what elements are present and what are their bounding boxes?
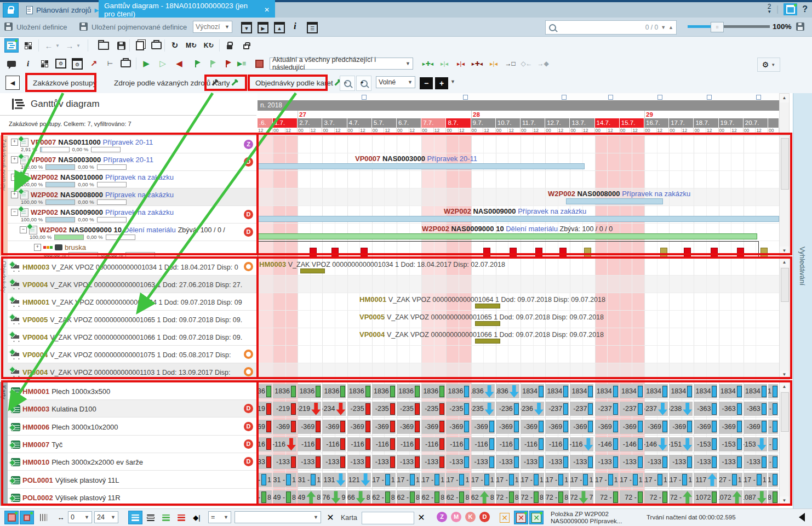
toggle-markers2-button[interactable] (20, 511, 34, 524)
stock-cell[interactable]: -116 (545, 437, 569, 451)
stock-cell[interactable]: -116 (446, 437, 470, 451)
zoom-slider-thumb[interactable]: ||| (711, 22, 724, 32)
stock-cell[interactable]: -116 (273, 437, 296, 451)
stock-cell[interactable]: 8668 (347, 490, 371, 505)
tab-objednavky-podle-karet[interactable]: Objednávky podle karet (251, 76, 342, 90)
stock-cell[interactable]: 1834 (644, 384, 668, 398)
stock-cell[interactable]: 1834 (521, 384, 544, 398)
stock-cell[interactable]: 117 -1 (372, 473, 396, 487)
stock-cell[interactable]: 131 -1 (298, 473, 321, 487)
stock-cell[interactable]: -133 (421, 455, 445, 469)
stock-cell[interactable]: 8 (768, 490, 778, 505)
play-button[interactable]: ▶ (139, 56, 153, 71)
stock-cell[interactable]: 1834 (694, 384, 717, 398)
window-list-button[interactable] (784, 3, 797, 15)
stock-cell[interactable]: -133 (595, 455, 619, 469)
stock-cell[interactable]: 117 -1 (644, 473, 668, 487)
stock-cell[interactable]: 836 (258, 384, 272, 398)
task-row[interactable]: +VP0007NAS0011000Přípravek 20-112,91 %0,… (8, 136, 258, 153)
gantt-bar[interactable] (566, 198, 663, 204)
stock-cell[interactable]: -146 (595, 437, 619, 451)
stock-cell[interactable]: -133 (620, 455, 643, 469)
stock-cell[interactable]: -369 (322, 420, 346, 434)
collapse-all-button[interactable]: − (420, 77, 433, 89)
badge-d-toggle[interactable]: D (479, 512, 490, 522)
stock-cell[interactable]: 1834 (570, 384, 593, 398)
stock-cell[interactable]: 1836 (273, 384, 296, 398)
stock-cell[interactable]: -151 (669, 437, 693, 451)
stock-cell[interactable]: 117 (694, 473, 717, 487)
stock-cell[interactable]: -116 (471, 437, 495, 451)
flag-play-button[interactable] (188, 56, 203, 71)
stock-cell[interactable]: -369 (446, 420, 470, 434)
stock-cell[interactable]: -153 (744, 437, 767, 451)
filter-combo[interactable]: ▼ (235, 511, 321, 523)
save-definition-icon[interactable] (4, 22, 13, 33)
badge-z-toggle[interactable]: Z (437, 512, 447, 522)
stock-cell[interactable]: -235 (372, 402, 396, 416)
stock-cell[interactable]: -369 (397, 420, 420, 434)
stock-cell[interactable]: 117 -1 (397, 473, 420, 487)
task-row[interactable]: −W2P002NAS0009000Přípravek na zakázku100… (8, 206, 258, 224)
print-structure-button[interactable] (118, 56, 133, 71)
refresh-button[interactable]: ↻ (168, 38, 182, 53)
stock-cell[interactable]: -369 (595, 420, 619, 434)
upload-definition-icon[interactable]: ▲ (274, 22, 285, 33)
stock-cell[interactable]: 8769 (322, 490, 346, 505)
search-box[interactable]: 0 / 0 ▼ ▲ (545, 20, 677, 35)
stock-cell[interactable]: -133 (446, 455, 470, 469)
tab-zakazkove-postupy[interactable]: Zakázkové postupy (28, 76, 101, 90)
green-rows-button[interactable] (159, 511, 173, 524)
stock-cell[interactable]: 8498 (298, 490, 321, 505)
orders-scrollbar[interactable]: ▲▼ (779, 258, 790, 380)
stock-cell[interactable]: -116 (521, 437, 544, 451)
zoom-slider[interactable]: ||| (688, 25, 770, 28)
stock-cell[interactable]: 1834 (545, 384, 569, 398)
forward-dropdown-icon[interactable]: ▼ (75, 38, 82, 53)
stock-cell[interactable]: 1072 (719, 490, 742, 505)
red-rows-button[interactable] (174, 511, 188, 524)
stock-cell[interactable]: -133 (545, 455, 569, 469)
karta-input[interactable] (362, 512, 414, 524)
stock-cell[interactable]: 862 -8 (446, 490, 470, 505)
order-row[interactable]: VP0004V_ZAK VPOZ 0000000000001103 1 Dod:… (8, 363, 258, 380)
stock-cell[interactable]: 131 -1 (273, 473, 296, 487)
stock-cell[interactable]: 117 -1 (521, 473, 544, 487)
stock-cell[interactable]: -237 (545, 402, 569, 416)
print-button[interactable] (149, 38, 163, 53)
order-row[interactable]: VP0004V_ZAK VPOZ 0000000000001075 1 Dod:… (8, 346, 258, 363)
stock-cell[interactable]: -369 (644, 420, 668, 434)
stock-cell[interactable]: -133 (744, 455, 767, 469)
stock-cell[interactable]: -237 (620, 402, 643, 416)
stock-cell[interactable]: 117 -1 (545, 473, 569, 487)
stock-cell[interactable]: 1836 (471, 384, 495, 398)
copy-button[interactable] (133, 38, 147, 53)
task-row[interactable]: +W2P002NAS0010000Přípravek na zakázku100… (8, 171, 258, 188)
stock-cell[interactable]: 131 (322, 473, 346, 487)
close-tab-icon[interactable]: ✕ (264, 6, 270, 14)
open-button[interactable] (96, 38, 111, 53)
header-scrollbar[interactable]: ▲ (779, 93, 790, 135)
red-x-toggle[interactable]: ✕ (514, 511, 528, 524)
operator-combo[interactable]: =▼ (208, 511, 231, 523)
goto-settings-button[interactable]: ↗ (87, 56, 101, 71)
stock-cell[interactable]: 72 - (669, 490, 693, 505)
badge-k-toggle[interactable]: K (465, 512, 476, 522)
stock-cell[interactable]: -133 (644, 455, 668, 469)
stock-cell[interactable]: 127 -1 (719, 473, 742, 487)
stock-cell[interactable]: 1834 (669, 384, 693, 398)
zoom-out-button[interactable]: − (340, 76, 355, 91)
stock-cell[interactable]: - (768, 437, 778, 451)
search-prev-icon[interactable]: ▼ (658, 25, 668, 30)
move-to-slot-button[interactable]: →□ (503, 56, 517, 71)
tab-gantt-diagram[interactable]: Ganttův diagram - 18NA010100000023 (jen … (99, 2, 275, 18)
lock-data-button[interactable] (222, 38, 237, 53)
order-bar[interactable] (475, 339, 500, 344)
stock-cell[interactable]: 117 -1 (595, 473, 619, 487)
stock-cell[interactable]: -363 (694, 402, 717, 416)
stock-cell[interactable]: -235 (397, 402, 420, 416)
stock-cell[interactable]: -237 (644, 402, 668, 416)
import-definition-icon[interactable]: ▼ (241, 22, 252, 33)
stock-cell[interactable]: 1836 (322, 384, 346, 398)
order-bar[interactable] (300, 268, 325, 273)
